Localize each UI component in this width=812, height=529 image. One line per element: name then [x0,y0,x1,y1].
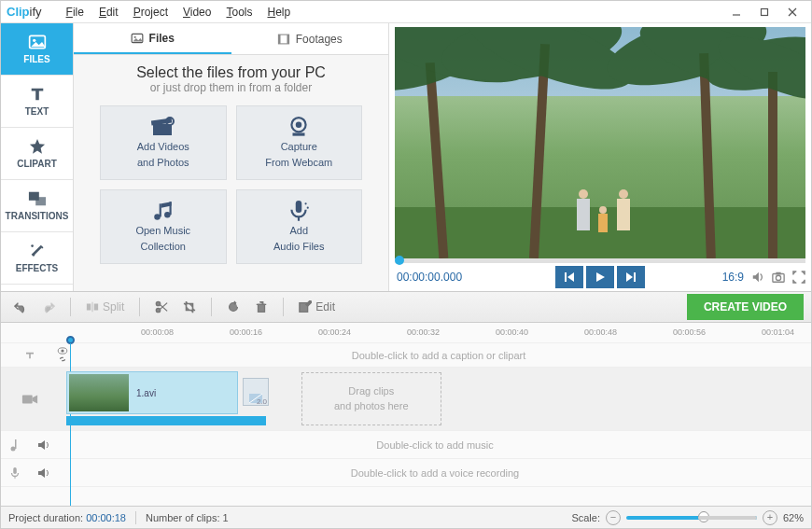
timeline-ruler[interactable]: 00:00:08 00:00:16 00:00:24 00:00:32 00:0… [1,323,811,343]
undo-icon [14,300,27,313]
music-track: Double-click to add music [1,431,811,459]
add-audio-button[interactable]: Add Audio Files [236,189,363,264]
voice-hint: Double-click to add a voice recording [351,467,519,479]
menu-tools[interactable]: Tools [218,3,259,21]
video-track-head [1,368,59,430]
dropzone-line1: Drag clips [334,384,409,398]
delete-button[interactable] [249,297,273,317]
snapshot-icon[interactable] [772,271,785,284]
tab-clipart[interactable]: CLIPART [1,128,73,180]
music-track-body[interactable]: Double-click to add music [59,431,811,458]
capture-webcam-button[interactable]: Capture From Webcam [236,105,363,180]
video-dropzone[interactable]: Drag clips and photos here [301,372,441,425]
clapper-icon [151,117,175,137]
svg-point-29 [305,202,307,204]
tab-label: Files [149,32,175,45]
tab-transitions[interactable]: TRANSITIONS [1,180,73,232]
voice-track-body[interactable]: Double-click to add a voice recording [59,459,811,486]
video-clip[interactable]: 1.avi 2.0 [66,371,238,414]
open-music-button[interactable]: Open Music Collection [100,189,227,264]
ruler-tick: 00:00:32 [407,327,440,337]
preview-scene [395,27,805,258]
preview-viewport[interactable] [395,27,805,258]
ruler-tick: 00:00:24 [318,327,351,337]
svg-point-55 [11,446,16,451]
image-icon [28,34,47,50]
transition-handle[interactable]: 2.0 [243,378,269,406]
tab-files[interactable]: FILES [1,23,73,76]
btn-line1: Capture [281,141,317,153]
btn-line1: Add [289,225,308,237]
menu-project[interactable]: Project [126,3,175,21]
camera-icon [21,393,38,406]
menu-help[interactable]: Help [259,3,298,21]
scale-value: 62% [783,512,804,523]
clip-audio-bar[interactable] [66,416,266,425]
minimize-button[interactable] [723,4,749,21]
wand-icon [28,243,47,259]
center-tab-footages[interactable]: Footages [231,23,389,54]
fullscreen-icon[interactable] [792,271,805,284]
slider-knob-icon[interactable] [698,511,709,522]
prev-frame-button[interactable] [555,266,583,288]
trash-icon [255,300,268,313]
volume-icon[interactable] [751,271,764,284]
zoom-slider[interactable] [626,516,757,520]
video-track: 1.avi 2.0 Drag clips and photos here [1,368,811,431]
zoom-in-button[interactable]: + [763,510,777,525]
svg-rect-58 [15,476,16,479]
menu-video[interactable]: Video [175,3,218,21]
tab-label: TRANSITIONS [6,211,69,221]
close-button[interactable] [779,4,805,21]
clips-count-value: 1 [223,512,229,523]
maximize-button[interactable] [751,4,777,21]
svg-rect-1 [762,8,768,15]
menu-edit[interactable]: Edit [91,3,126,21]
center-tab-files[interactable]: Files [74,23,231,54]
svg-point-9 [31,244,34,247]
add-videos-photos-button[interactable]: Add Videos and Photos [100,105,227,180]
svg-point-21 [296,121,301,127]
timecode: 00:00:00.000 [397,271,462,284]
crop-button[interactable] [177,297,202,317]
rotate-button[interactable] [221,297,245,317]
clip-name: 1.avi [136,388,156,398]
speaker-icon[interactable] [37,467,50,479]
redo-button[interactable] [36,297,61,317]
btn-line1: Add Videos [137,141,189,153]
main-area: FILES TEXT CLIPART TRANSITIONS EFFECTS F… [1,23,811,291]
edit-button[interactable]: Edit [293,297,341,317]
svg-rect-39 [565,272,567,282]
svg-rect-49 [259,304,265,312]
play-button[interactable] [586,266,614,288]
menu-file[interactable]: File [59,3,91,21]
caption-track-body[interactable]: Double-click to add a caption or clipart [66,343,811,367]
svg-rect-15 [278,35,280,44]
svg-point-10 [41,247,43,249]
tab-effects[interactable]: EFFECTS [1,232,73,285]
window-controls [723,4,805,21]
clips-count-label: Number of clips: [146,512,219,523]
btn-line1: Open Music [135,225,190,237]
ruler-tick: 00:01:04 [762,327,794,337]
film-icon [277,33,290,46]
tab-label: FILES [23,54,49,64]
svg-rect-44 [87,304,91,311]
voice-track-head [1,459,59,486]
speaker-icon[interactable] [37,439,50,451]
split-button[interactable]: Split [80,297,130,317]
create-video-button[interactable]: CREATE VIDEO [687,294,804,320]
aspect-ratio[interactable]: 16:9 [722,271,744,284]
zoom-out-button[interactable]: − [606,510,621,525]
tab-text[interactable]: TEXT [1,76,73,128]
ruler-tick: 00:00:48 [584,327,617,337]
files-panel-header: Select the files from your PC or just dr… [74,55,388,98]
split-label: Split [103,300,124,313]
next-frame-button[interactable] [617,266,645,288]
video-track-body[interactable]: 1.avi 2.0 Drag clips and photos here [59,368,811,430]
scissors-icon [155,300,168,313]
svg-rect-22 [293,132,305,135]
svg-point-30 [307,206,309,208]
cut-button[interactable] [149,297,174,317]
undo-button[interactable] [8,297,33,317]
